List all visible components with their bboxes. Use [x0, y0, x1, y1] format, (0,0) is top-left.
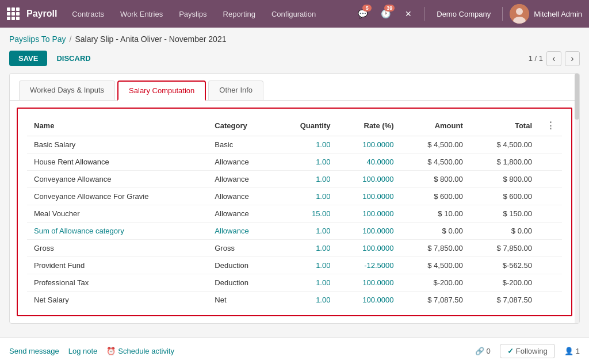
- cell-category: Allowance: [208, 171, 275, 188]
- cell-options: [539, 171, 562, 188]
- cell-total: $-562.50: [470, 257, 539, 274]
- col-rate: Rate (%): [337, 116, 400, 136]
- close-button[interactable]: [399, 5, 418, 23]
- cell-rate: 100.0000: [337, 240, 400, 257]
- col-name: Name: [27, 116, 208, 136]
- tab-other-info[interactable]: Other Info: [208, 81, 263, 100]
- grid-icon: [7, 7, 20, 20]
- cell-category: Deduction: [208, 274, 275, 292]
- cell-total: $-200.00: [470, 274, 539, 292]
- cell-amount: $ 10.00: [401, 205, 470, 223]
- prev-button[interactable]: [546, 51, 561, 66]
- cell-rate: 100.0000: [337, 188, 400, 205]
- cell-amount: $ 4,500.00: [401, 257, 470, 274]
- cell-category[interactable]: Allowance: [208, 223, 275, 240]
- scrollbar-thumb[interactable]: [575, 74, 579, 120]
- cell-options: [539, 205, 562, 223]
- top-navigation: Payroll Contracts Work Entries Payslips …: [0, 0, 589, 28]
- cell-rate: 40.0000: [337, 154, 400, 171]
- cell-rate: 100.0000: [337, 205, 400, 223]
- cell-amount: $ 7,087.50: [401, 292, 470, 309]
- svg-point-1: [516, 8, 523, 15]
- cell-quantity: 1.00: [276, 257, 338, 274]
- cell-rate: 100.0000: [337, 274, 400, 292]
- cell-total: $ 4,500.00: [470, 136, 539, 154]
- nav-work-entries[interactable]: Work Entries: [112, 0, 171, 28]
- table-row[interactable]: Conveyance Allowance Allowance 1.00 100.…: [27, 171, 562, 188]
- app-logo[interactable]: Payroll: [7, 7, 57, 20]
- breadcrumb-current: Salary Slip - Anita Oliver - November 20…: [75, 35, 226, 44]
- table-row[interactable]: Conveyance Allowance For Gravie Allowanc…: [27, 188, 562, 205]
- cell-name: Meal Voucher: [27, 205, 208, 223]
- cell-amount: $ 7,850.00: [401, 240, 470, 257]
- nav-divider2: [502, 7, 503, 21]
- cell-options: [539, 274, 562, 292]
- cell-total: $ 800.00: [470, 171, 539, 188]
- topnav-right: 5 39 Demo Company Mitchell Admin: [353, 4, 582, 24]
- table-row[interactable]: Professional Tax Deduction 1.00 100.0000…: [27, 274, 562, 292]
- breadcrumb: Payslips To Pay / Salary Slip - Anita Ol…: [0, 28, 589, 47]
- table-row[interactable]: House Rent Allowance Allowance 1.00 40.0…: [27, 154, 562, 171]
- discard-button[interactable]: DISCARD: [52, 51, 95, 66]
- clock-badge: 39: [384, 5, 395, 12]
- cell-total: $ 0.00: [470, 223, 539, 240]
- cell-category: Gross: [208, 240, 275, 257]
- salary-table: Name Category Quantity Rate (%) Amount T…: [27, 116, 562, 308]
- cell-name: Provident Fund: [27, 257, 208, 274]
- chevron-right-icon: [571, 53, 573, 64]
- col-category: Category: [208, 116, 275, 136]
- table-row[interactable]: Net Salary Net 1.00 100.0000 $ 7,087.50 …: [27, 292, 562, 309]
- table-row[interactable]: Gross Gross 1.00 100.0000 $ 7,850.00 $ 7…: [27, 240, 562, 257]
- company-name[interactable]: Demo Company: [432, 10, 495, 18]
- nav-reporting[interactable]: Reporting: [215, 0, 263, 28]
- breadcrumb-separator: /: [70, 35, 72, 44]
- col-options: [539, 116, 562, 136]
- cell-rate: 100.0000: [337, 223, 400, 240]
- cell-amount: $ 800.00: [401, 171, 470, 188]
- cell-options: [539, 257, 562, 274]
- tab-worked-days[interactable]: Worked Days & Inputs: [19, 81, 115, 100]
- app-name: Payroll: [26, 9, 57, 19]
- cell-quantity: 15.00: [276, 205, 338, 223]
- nav-contracts[interactable]: Contracts: [64, 0, 112, 28]
- cell-quantity: 1.00: [276, 171, 338, 188]
- cell-amount: $ 4,500.00: [401, 154, 470, 171]
- cell-name: Conveyance Allowance For Gravie: [27, 188, 208, 205]
- cell-category: Allowance: [208, 205, 275, 223]
- cell-amount: $ 4,500.00: [401, 136, 470, 154]
- scrollbar-track[interactable]: [575, 74, 579, 323]
- cell-amount: $ 0.00: [401, 223, 470, 240]
- tab-salary-computation[interactable]: Salary Computation: [117, 81, 206, 101]
- cell-quantity: 1.00: [276, 274, 338, 292]
- cell-name[interactable]: Sum of Allowance category: [27, 223, 208, 240]
- nav-payslips[interactable]: Payslips: [171, 0, 215, 28]
- clock-button[interactable]: 39: [376, 5, 395, 23]
- cell-name: House Rent Allowance: [27, 154, 208, 171]
- column-options-icon[interactable]: [546, 122, 555, 131]
- save-button[interactable]: SAVE: [9, 51, 47, 66]
- col-total: Total: [470, 116, 539, 136]
- cell-total: $ 7,850.00: [470, 240, 539, 257]
- cell-options: [539, 188, 562, 205]
- salary-table-wrapper: Name Category Quantity Rate (%) Amount T…: [17, 108, 572, 316]
- cell-options: [539, 292, 562, 309]
- table-row[interactable]: Provident Fund Deduction 1.00 -12.5000 $…: [27, 257, 562, 274]
- cell-quantity: 1.00: [276, 223, 338, 240]
- cell-options: [539, 223, 562, 240]
- pagination-text: 1 / 1: [529, 54, 543, 63]
- cell-name: Net Salary: [27, 292, 208, 309]
- breadcrumb-parent[interactable]: Payslips To Pay: [9, 35, 66, 44]
- avatar-image: [510, 4, 529, 24]
- chat-button[interactable]: 5: [353, 5, 372, 23]
- next-button[interactable]: [565, 51, 580, 66]
- avatar[interactable]: [510, 4, 529, 24]
- table-row[interactable]: Sum of Allowance category Allowance 1.00…: [27, 223, 562, 240]
- toolbar: SAVE DISCARD 1 / 1: [0, 47, 589, 73]
- nav-configuration[interactable]: Configuration: [263, 0, 324, 28]
- table-row[interactable]: Meal Voucher Allowance 15.00 100.0000 $ …: [27, 205, 562, 223]
- main-menu: Contracts Work Entries Payslips Reportin…: [64, 0, 351, 28]
- user-name[interactable]: Mitchell Admin: [534, 10, 582, 18]
- cell-rate: 100.0000: [337, 292, 400, 309]
- cell-name: Conveyance Allowance: [27, 171, 208, 188]
- table-row[interactable]: Basic Salary Basic 1.00 100.0000 $ 4,500…: [27, 136, 562, 154]
